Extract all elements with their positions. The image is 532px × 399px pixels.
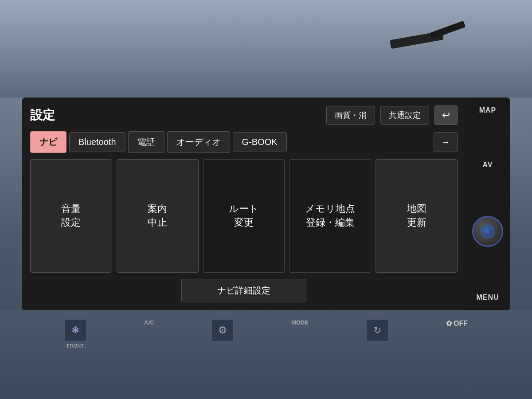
cables-area [0, 0, 532, 98]
navi-detail-settings-button[interactable]: ナビ詳細設定 [181, 279, 306, 302]
tab-bluetooth[interactable]: Bluetooth [69, 132, 125, 152]
route-change-button[interactable]: ルート変更 [203, 159, 285, 273]
mode-button[interactable]: MODE [291, 319, 309, 326]
car-surround: 設定 画質・消 共通設定 ↩ ナビ Bluetooth 電話 オーディオ G-B… [0, 0, 532, 399]
back-button[interactable]: ↩ [434, 106, 458, 125]
right-controls: MAP AV MENU [466, 98, 510, 310]
bottom-bar: ナビ詳細設定 [30, 279, 458, 302]
volume-button[interactable]: 音量設定 [30, 159, 112, 273]
front-defrost-label: FRONT [67, 343, 84, 348]
front-defrost-icon[interactable]: ❄ [64, 319, 86, 341]
ac-off-control: ✿ OFF [446, 319, 468, 328]
common-settings-button[interactable]: 共通設定 [380, 106, 429, 125]
guidance-stop-button[interactable]: 案内中止 [117, 159, 199, 273]
map-update-button[interactable]: 地図更新 [376, 159, 458, 273]
fan-icon[interactable]: ⚙ [211, 319, 234, 341]
av-button[interactable]: AV [482, 161, 493, 169]
recirculate-icon[interactable]: ↻ [366, 319, 388, 341]
tab-bar: ナビ Bluetooth 電話 オーディオ G-BOOK → [30, 131, 458, 153]
fan-control: ⚙ [211, 319, 234, 341]
screen: 設定 画質・消 共通設定 ↩ ナビ Bluetooth 電話 オーディオ G-B… [22, 98, 466, 310]
volume-knob[interactable] [472, 216, 503, 247]
grid-buttons: 音量設定 案内中止 ルート変更 メモリ地点登録・編集 地図更新 [30, 159, 458, 273]
memory-location-button[interactable]: メモリ地点登録・編集 [289, 159, 371, 273]
ac-off-button[interactable]: ✿ OFF [446, 319, 468, 328]
bottom-area: ❄ FRONT A/C ⚙ MODE ↻ ✿ OFF [0, 310, 532, 399]
page-title: 設定 [30, 107, 66, 124]
knob-inner [481, 225, 494, 238]
image-quality-button[interactable]: 画質・消 [326, 106, 375, 125]
ac-button[interactable]: A/C [144, 319, 154, 326]
tab-phone[interactable]: 電話 [128, 131, 164, 153]
top-bar: 設定 画質・消 共通設定 ↩ [30, 106, 458, 125]
mode-control: MODE [291, 319, 309, 326]
unit-container: 設定 画質・消 共通設定 ↩ ナビ Bluetooth 電話 オーディオ G-B… [22, 98, 510, 310]
screen-inner: 設定 画質・消 共通設定 ↩ ナビ Bluetooth 電話 オーディオ G-B… [22, 98, 466, 310]
tab-navi[interactable]: ナビ [30, 131, 66, 153]
recirculate-control: ↻ [366, 319, 388, 341]
tab-next-arrow[interactable]: → [434, 132, 458, 152]
map-button[interactable]: MAP [479, 106, 497, 114]
front-defrost-control: ❄ FRONT [64, 319, 86, 348]
menu-button[interactable]: MENU [476, 293, 499, 301]
cable-2 [430, 21, 466, 39]
ac-control: A/C [144, 319, 154, 326]
tab-gbook[interactable]: G-BOOK [233, 132, 287, 152]
tab-audio[interactable]: オーディオ [167, 131, 230, 153]
